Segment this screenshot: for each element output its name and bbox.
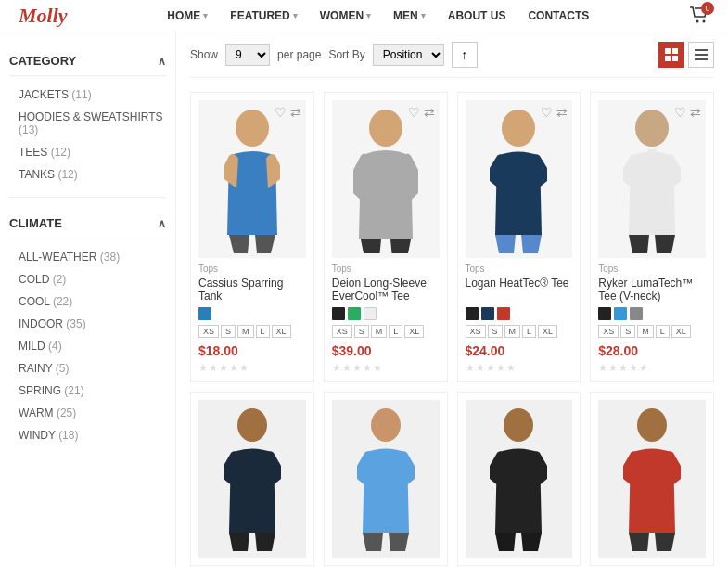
product-stars-1: ★★★★★	[198, 362, 306, 374]
nav-contacts[interactable]: CONTACTS	[517, 9, 600, 22]
nav-featured[interactable]: FEATURED ▾	[219, 9, 308, 22]
size-s[interactable]: S	[620, 325, 635, 338]
size-l[interactable]: L	[389, 325, 402, 338]
size-m[interactable]: M	[237, 325, 254, 338]
sidebar-item-windy[interactable]: WINDY (18)	[9, 424, 166, 446]
color-swatch-black[interactable]	[598, 307, 611, 320]
size-s[interactable]: S	[354, 325, 369, 338]
compare-button-4[interactable]: ⇄	[690, 105, 701, 120]
svg-point-14	[371, 408, 401, 442]
home-chevron: ▾	[203, 11, 208, 20]
product-stars-4: ★★★★★	[598, 362, 706, 374]
product-colors-2	[332, 307, 440, 320]
size-m[interactable]: M	[504, 325, 521, 338]
wishlist-button-4[interactable]: ♡	[674, 105, 686, 120]
sidebar-item-cold[interactable]: COLD (2)	[9, 268, 166, 290]
main-layout: CATEGORY JACKETS (11) HOODIES & SWEATSHI…	[0, 32, 728, 567]
sidebar-item-allweather[interactable]: ALL-WEATHER (38)	[9, 246, 166, 268]
color-swatch-green[interactable]	[348, 307, 361, 320]
product-tag-4: Tops	[598, 264, 706, 274]
size-m[interactable]: M	[371, 325, 388, 338]
sidebar-item-tanks[interactable]: TANKS (12)	[9, 163, 166, 186]
product-price-3: $24.00	[466, 343, 573, 358]
view-toggle	[658, 42, 714, 68]
svg-point-13	[237, 408, 267, 442]
compare-button-2[interactable]: ⇄	[424, 105, 435, 120]
list-view-button[interactable]	[688, 42, 714, 68]
sidebar-item-jackets[interactable]: JACKETS (11)	[9, 84, 166, 106]
svg-point-11	[502, 110, 535, 147]
wishlist-button-3[interactable]: ♡	[541, 105, 553, 120]
product-sizes-1: XS S M L XL	[198, 325, 306, 338]
svg-point-16	[637, 408, 667, 442]
sidebar-item-warm[interactable]: WARM (25)	[9, 402, 166, 424]
svg-rect-2	[665, 48, 671, 54]
grid-view-button[interactable]	[658, 42, 684, 68]
product-card	[590, 392, 714, 566]
product-image-8	[598, 400, 706, 558]
compare-button-1[interactable]: ⇄	[290, 105, 301, 120]
logo[interactable]: Molly	[19, 4, 68, 28]
sidebar-item-rainy[interactable]: RAINY (5)	[9, 357, 166, 380]
sidebar-item-mild[interactable]: MILD (4)	[9, 335, 166, 357]
per-page-select[interactable]: 9 18 27	[225, 44, 270, 66]
size-xs[interactable]: XS	[466, 325, 486, 338]
compare-button-3[interactable]: ⇄	[556, 105, 568, 120]
color-swatch-navy[interactable]	[481, 307, 494, 320]
product-colors-1	[198, 307, 306, 320]
color-swatch-black[interactable]	[332, 307, 345, 320]
cart-button[interactable]: 0	[689, 6, 709, 26]
product-sizes-2: XS S M L XL	[332, 325, 440, 338]
product-card: ♡ ⇄ Tops Logan HeatTec® Tee XS S M L XL	[457, 92, 581, 382]
size-m[interactable]: M	[637, 325, 654, 338]
product-actions-4: ♡ ⇄	[674, 105, 701, 120]
size-s[interactable]: S	[488, 325, 503, 338]
sort-direction-button[interactable]: ↑	[452, 42, 478, 68]
sidebar-item-hoodies[interactable]: HOODIES & SWEATSHIRTS (13)	[9, 106, 166, 141]
product-card	[457, 392, 581, 566]
svg-point-10	[369, 110, 402, 147]
size-xs[interactable]: XS	[598, 325, 619, 338]
nav-home[interactable]: HOME ▾	[156, 9, 219, 22]
sort-select[interactable]: Position Name Price	[373, 44, 444, 66]
color-swatch-blue[interactable]	[198, 307, 211, 320]
svg-rect-3	[672, 48, 678, 54]
climate-collapse-icon[interactable]	[158, 216, 166, 230]
svg-rect-4	[665, 56, 671, 61]
color-swatch-ltblue[interactable]	[614, 307, 627, 320]
size-l[interactable]: L	[522, 325, 536, 338]
product-image-2: ♡ ⇄	[332, 100, 440, 258]
size-l[interactable]: L	[256, 325, 270, 338]
svg-point-1	[703, 19, 706, 22]
color-swatch-red[interactable]	[497, 307, 510, 320]
product-actions-1: ♡ ⇄	[275, 105, 301, 120]
color-swatch-black[interactable]	[466, 307, 479, 320]
product-name-4: Ryker LumaTech™ Tee (V-neck)	[598, 277, 706, 303]
size-xl[interactable]: XL	[404, 325, 424, 338]
sidebar-item-spring[interactable]: SPRING (21)	[9, 380, 166, 402]
nav-about[interactable]: ABOUT US	[437, 9, 517, 22]
product-card	[190, 392, 314, 566]
sidebar: CATEGORY JACKETS (11) HOODIES & SWEATSHI…	[0, 32, 176, 567]
svg-rect-6	[695, 49, 708, 51]
size-xl[interactable]: XL	[671, 325, 691, 338]
sidebar-item-cool[interactable]: COOL (22)	[9, 290, 166, 313]
size-l[interactable]: L	[656, 325, 670, 338]
product-sizes-4: XS S M L XL	[598, 325, 706, 338]
color-swatch-gray[interactable]	[630, 307, 643, 320]
nav-women[interactable]: WOMEN ▾	[309, 9, 382, 22]
sidebar-item-indoor[interactable]: INDOOR (35)	[9, 313, 166, 335]
size-xl[interactable]: XL	[538, 325, 557, 338]
size-xl[interactable]: XL	[272, 325, 291, 338]
color-swatch-white[interactable]	[364, 307, 377, 320]
category-collapse-icon[interactable]	[158, 54, 166, 68]
sidebar-item-tees[interactable]: TEES (12)	[9, 141, 166, 163]
size-xs[interactable]: XS	[332, 325, 352, 338]
wishlist-button-1[interactable]: ♡	[275, 105, 287, 120]
product-name-2: Deion Long-Sleeve EverCool™ Tee	[332, 277, 440, 303]
size-xs[interactable]: XS	[198, 325, 219, 338]
nav-men[interactable]: MEN ▾	[382, 9, 437, 22]
product-colors-4	[598, 307, 706, 320]
wishlist-button-2[interactable]: ♡	[408, 105, 420, 120]
size-s[interactable]: S	[221, 325, 236, 338]
